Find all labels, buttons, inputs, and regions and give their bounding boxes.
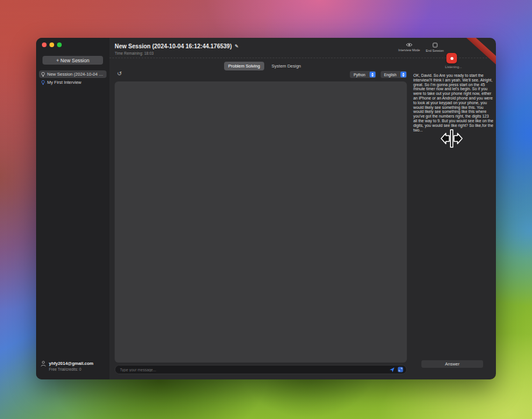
session-label: My First Interview: [47, 80, 81, 85]
listening-record-button[interactable]: [446, 53, 457, 63]
message-input-bar: [115, 365, 407, 374]
app-window: + New Session New Session (2024-10-04 1.…: [36, 38, 496, 379]
user-icon: [41, 361, 46, 367]
time-remaining: Time Remaining: 18:03: [115, 51, 154, 55]
lightbulb-icon: [41, 80, 45, 85]
new-session-button[interactable]: + New Session: [42, 56, 103, 65]
mode-tabs: Problem Solving System Design: [224, 62, 305, 70]
account-email: yhfy2014@gmail.com: [49, 361, 94, 366]
transcript-text: OK, David. So Are you ready to start the…: [413, 73, 494, 132]
chevron-updown-icon: [370, 72, 375, 77]
answer-button[interactable]: Answer: [421, 360, 483, 368]
sidebar-item-first-interview[interactable]: My First Interview: [39, 79, 107, 86]
account-info[interactable]: yhfy2014@gmail.com Free Trial/credits: 0: [41, 361, 94, 371]
close-button[interactable]: [42, 42, 47, 47]
select-row: Python English: [36, 71, 407, 78]
language-select-value: Python: [353, 73, 365, 77]
speech-select-value: English: [384, 73, 396, 77]
tab-system-design[interactable]: System Design: [268, 62, 305, 70]
zoom-button[interactable]: [57, 42, 62, 47]
transcript-panel: Listening... OK, David. So Are you ready…: [411, 38, 496, 379]
minimize-button[interactable]: [49, 42, 54, 47]
edit-title-icon[interactable]: ✎: [235, 44, 239, 49]
tab-problem-solving[interactable]: Problem Solving: [224, 62, 264, 70]
speech-language-select[interactable]: English: [381, 71, 407, 78]
chevron-updown-icon: [400, 72, 406, 77]
send-icon[interactable]: [389, 367, 395, 372]
language-select[interactable]: Python: [350, 71, 375, 78]
solution-canvas[interactable]: [115, 81, 407, 363]
sidebar: + New Session New Session (2024-10-04 1.…: [36, 38, 109, 379]
window-controls: [42, 42, 62, 47]
page-title: New Session (2024-10-04 16:12:44.176539): [115, 43, 232, 49]
listening-status: Listening...: [411, 65, 496, 69]
expand-icon[interactable]: [398, 367, 403, 372]
message-input[interactable]: [120, 368, 389, 372]
account-plan: Free Trial/credits: 0: [49, 367, 94, 371]
